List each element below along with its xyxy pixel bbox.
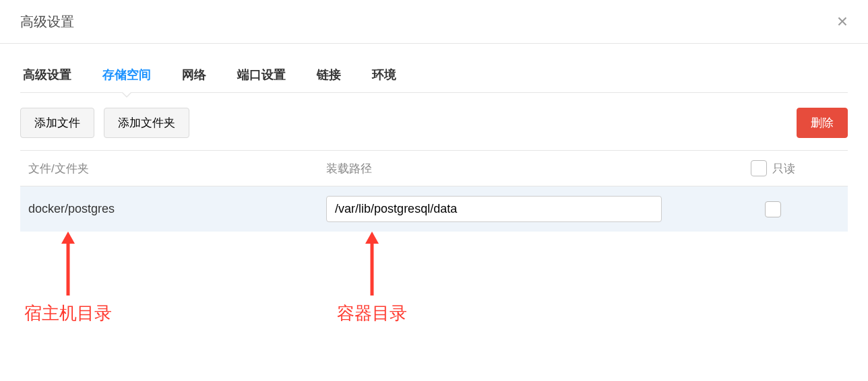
- add-folder-button[interactable]: 添加文件夹: [104, 108, 189, 138]
- cell-readonly: [699, 186, 848, 232]
- modal-title: 高级设置: [20, 13, 74, 31]
- tab-advanced[interactable]: 高级设置: [20, 57, 74, 92]
- table-row: docker/postgres: [20, 186, 848, 232]
- add-file-button[interactable]: 添加文件: [20, 108, 94, 138]
- tab-ports[interactable]: 端口设置: [235, 57, 288, 92]
- delete-button[interactable]: 删除: [797, 108, 848, 138]
- cell-mount: [318, 186, 699, 232]
- svg-marker-1: [61, 232, 75, 244]
- th-file: 文件/文件夹: [20, 151, 318, 186]
- toolbar: 添加文件 添加文件夹 删除: [20, 93, 848, 151]
- mount-path-input[interactable]: [326, 196, 662, 222]
- close-icon[interactable]: ×: [837, 12, 848, 31]
- arrow-up-icon: [55, 232, 82, 299]
- tabs: 高级设置 存储空间 网络 端口设置 链接 环境: [20, 57, 848, 93]
- readonly-header-checkbox[interactable]: [751, 160, 767, 176]
- th-readonly: 只读: [699, 151, 848, 186]
- tab-links[interactable]: 链接: [314, 57, 344, 92]
- th-readonly-label: 只读: [772, 161, 795, 176]
- readonly-checkbox[interactable]: [765, 201, 781, 217]
- annotation-host-label: 宿主机目录: [24, 302, 112, 325]
- tab-storage[interactable]: 存储空间: [100, 57, 154, 92]
- annotation-container-label: 容器目录: [337, 302, 407, 325]
- tab-network[interactable]: 网络: [179, 57, 209, 92]
- th-mount: 装载路径: [318, 151, 699, 186]
- annotation-host-dir: 宿主机目录: [24, 232, 112, 325]
- tab-env[interactable]: 环境: [369, 57, 399, 92]
- annotations: 宿主机目录 容器目录: [20, 232, 848, 353]
- modal-header: 高级设置 ×: [0, 0, 868, 44]
- annotation-container-dir: 容器目录: [337, 232, 407, 325]
- arrow-up-icon: [359, 232, 385, 299]
- volume-table: 文件/文件夹 装载路径 只读 docker/postgres: [20, 151, 848, 232]
- cell-file: docker/postgres: [20, 186, 318, 232]
- svg-marker-3: [365, 232, 379, 244]
- modal-body: 高级设置 存储空间 网络 端口设置 链接 环境 添加文件 添加文件夹 删除 文件…: [0, 44, 868, 366]
